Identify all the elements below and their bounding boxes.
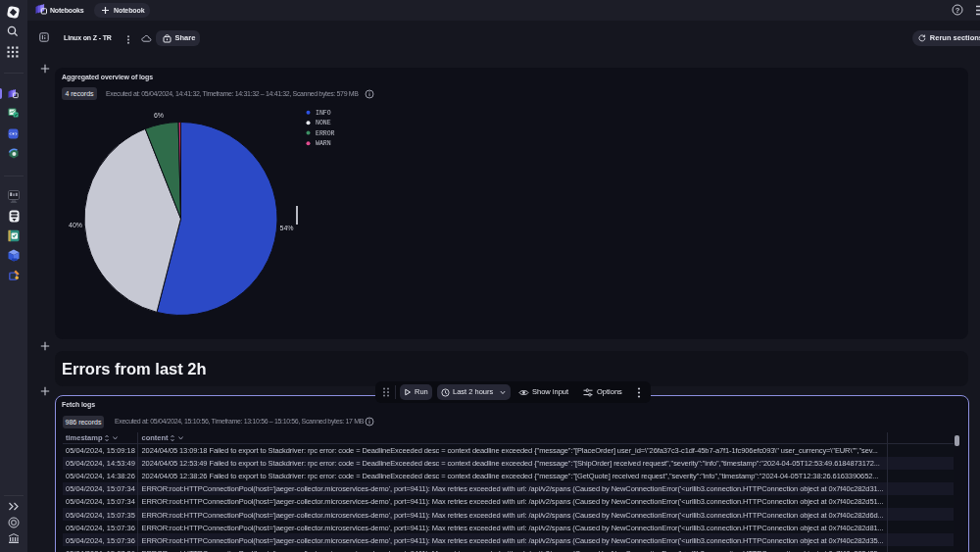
svg-text:?: ? <box>956 6 960 15</box>
